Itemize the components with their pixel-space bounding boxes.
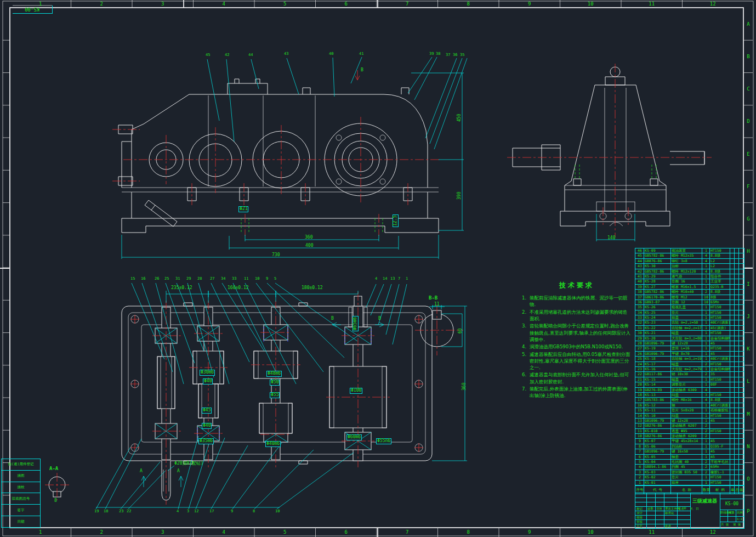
bom-cell: 垫圈 12 [671,300,702,304]
bom-cell: 1 [635,481,644,485]
bom-cell [730,357,735,361]
bom-cell: 4 [702,388,710,392]
bom-cell: GB1096-79 [644,419,671,423]
col-number-2: 3 [132,0,194,8]
bom-cell: KS-19 [644,346,671,351]
bom-cell [730,388,735,392]
bom-cell: 8.8级 [710,269,730,274]
bom-cell: 合金结构钢MnTi [710,367,730,371]
section-bb-title: B-B [429,296,437,301]
bom-cell: GB1096-79 [644,352,671,356]
dim-front-roughness: 12.5 [393,214,399,227]
bom-cell: 26 [635,352,644,356]
bom-cell: 1 [702,341,710,346]
part-callout: 9 [231,510,233,514]
part-callout: 10 [275,510,280,514]
bom-cell [739,315,744,320]
bom-cell [730,295,735,299]
dim-plan-180: 180±0.12 [302,286,323,291]
bom-cell: 25 [635,357,644,361]
bom-cell: KS-20 [644,336,671,341]
col-number-9: 10 [560,528,622,536]
bom-cell: 调整垫片 [671,382,702,387]
bom-cell: HT150 [710,414,730,418]
part-callout: 14 [383,277,387,281]
col-number-7: 8 [438,528,499,536]
bom-cell: 螺栓 M12x35 [671,253,702,258]
shaft-dia-label: Φ65m6 [353,316,359,331]
bom-cell: 37 [635,295,644,299]
bom-cell [739,310,744,315]
bom-cell: GB276-86 [644,434,671,438]
bom-cell: 45(调质) [710,326,730,330]
bom-cell [730,372,735,376]
bom-cell: 毛毡圈 40 [671,460,702,464]
bom-cell: 3 [702,393,710,397]
bom-cell [735,444,739,449]
bom-cell: 13 [635,419,644,423]
row-letter-5: F [744,170,753,202]
bom-cell [730,470,735,474]
bom-cell: KS-28 [644,279,671,284]
bom-cell [730,320,735,325]
bom-cell [730,341,735,346]
bom-cell: 45 [710,455,730,459]
bom-cell [735,414,739,418]
section-arrow-a-label: A [177,469,180,474]
edge-row-4: 签字 [1,505,41,516]
col-number-2: 3 [132,528,194,536]
bom-cell: 30 [635,331,644,335]
bom-cell: 19 [635,388,644,392]
part-callout: 16 [141,277,145,281]
col-number-3: 4 [194,0,255,8]
tech-requirement-item: 3.齿轮装配啮合间隙小于公差规定位置时,跑合改善接触斑点,直至达到要求,轴承上的… [522,323,632,343]
bom-cell: 滚动轴承 6309 [671,388,702,392]
bom-cell: 36 [635,300,644,304]
dim-front-730: 730 [272,253,280,258]
bom-cell: KS-24 [644,315,671,320]
bom-cell: 42 [635,269,644,274]
bom-cell [730,403,735,408]
part-callout: 3 [187,510,189,514]
bom-cell: 1 [702,331,710,335]
edge-row-0: 借(通)用件登记 [1,459,41,471]
bom-cell: 半粗羊毛毡 [710,460,730,464]
bom-cell [739,372,744,376]
bom-cell: 端盖 [671,377,702,382]
bom-cell [739,290,744,294]
bom-cell [730,264,735,268]
bom-cell [730,259,735,263]
tb-role-standard: 标准化 [665,512,674,515]
bom-cell: 65Mn [710,300,730,304]
bom-cell: 45 [710,419,730,423]
tb-role-check: 校核 [636,516,643,519]
part-callout: 18 [104,510,108,514]
bom-cell [735,290,739,294]
bom-cell [730,279,735,284]
bom-cell [735,408,739,412]
bom-cell [739,465,744,469]
bom-cell: 28 [635,341,644,346]
part-callout: 43 [284,52,288,56]
bom-cell: 10 [702,300,710,304]
bom-cell [739,362,744,366]
bom-cell: 65Mn [710,465,730,469]
bom-cell [739,444,744,449]
bom-cell [735,279,739,284]
bom-cell: 2 [702,423,710,428]
bom-cell: KS-04 [644,460,671,464]
tech-requirement-item: 2.不准采用堵塞孔道的方法来达到渗漏要求的铸造面积. [522,309,632,323]
tb-rev-date: 年、月、日 [684,507,699,511]
title-block: 标记 处数 分区 更改文件号 签名 年、月、日 设计 校核 审核 工艺 标准化 … [635,493,744,529]
bom-cell [739,393,744,397]
bom-cell [730,362,735,366]
bom-cell: 1 [702,444,710,449]
bom-cell [730,481,735,485]
part-callout: 23 [119,510,123,514]
bom-cell [739,382,744,387]
bom-row: 15KS-11垫片 5x8x201石棉橡胶纸 [635,408,744,413]
bom-cell: 40Cr(调质) [710,403,730,408]
section-arrow-b-label: B [331,316,334,321]
bom-cell: 2 [702,362,710,366]
bom-cell: KS-010 [644,429,671,433]
